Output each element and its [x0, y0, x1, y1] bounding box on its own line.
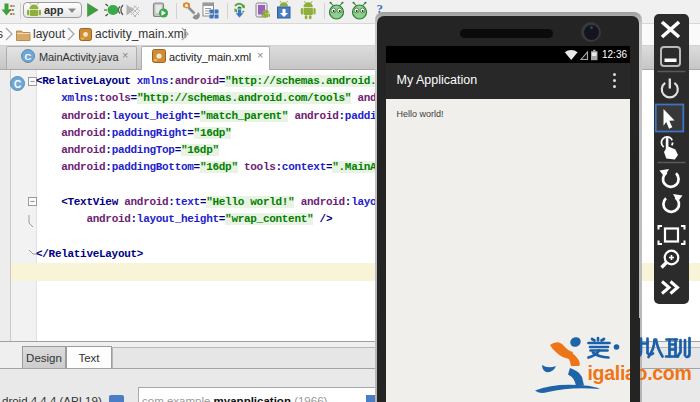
svg-text:app: app — [44, 4, 64, 16]
svg-text:C: C — [25, 51, 32, 62]
svg-text:01: 01 — [10, 12, 16, 16]
svg-text:C: C — [14, 78, 21, 89]
